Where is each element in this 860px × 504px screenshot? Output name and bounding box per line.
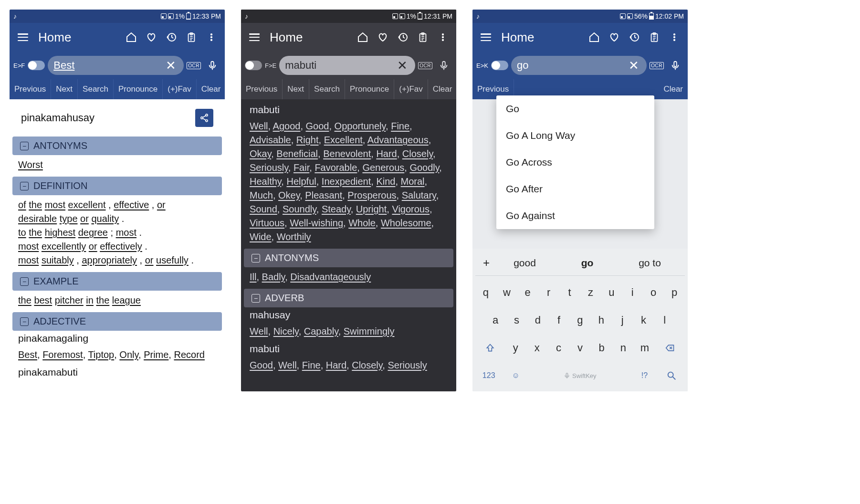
favorites-button[interactable]	[606, 29, 623, 46]
word-link[interactable]: Okey	[278, 190, 300, 200]
word-link[interactable]: effective	[114, 200, 149, 210]
word-link[interactable]: the	[18, 295, 31, 305]
clipboard-button[interactable]	[646, 29, 663, 46]
tab-search[interactable]: Search	[78, 79, 114, 99]
key-b[interactable]: b	[592, 336, 611, 360]
tab-search[interactable]: Search	[309, 79, 345, 99]
word-link[interactable]: Right	[296, 135, 319, 145]
word-link[interactable]: Closely	[352, 360, 382, 370]
word-link[interactable]: desirable	[18, 213, 57, 224]
word-link[interactable]: Fine	[302, 360, 321, 370]
key-emoji[interactable]: ☺	[503, 364, 528, 388]
expand-suggestions-button[interactable]: +	[479, 256, 493, 270]
history-button[interactable]	[394, 29, 411, 46]
key-v[interactable]: v	[570, 336, 590, 360]
word-link[interactable]: Badly	[262, 272, 285, 282]
key-shift[interactable]	[476, 336, 504, 360]
word-link[interactable]: Record	[174, 349, 204, 360]
word-link[interactable]: Okay	[250, 148, 271, 159]
word-link[interactable]: Sound	[250, 204, 277, 214]
word-link[interactable]: Good	[250, 360, 273, 370]
word-link[interactable]: Seriously	[250, 162, 288, 173]
autocomplete-item[interactable]: Go A Long Way	[496, 122, 654, 149]
key-search[interactable]	[659, 364, 684, 388]
key-r[interactable]: r	[539, 281, 558, 304]
word-link[interactable]: Much	[250, 190, 273, 200]
word-link[interactable]: Pleasant	[305, 190, 342, 200]
word-link[interactable]: Good	[306, 121, 329, 131]
tab-previous[interactable]: Previous	[10, 79, 51, 99]
word-link[interactable]: Tiptop	[88, 349, 114, 360]
word-link[interactable]: or	[145, 255, 154, 265]
word-link[interactable]: most	[18, 255, 39, 265]
favorites-button[interactable]	[374, 29, 391, 46]
word-link[interactable]: suitably	[42, 255, 74, 265]
word-link[interactable]: Goodly	[409, 162, 439, 173]
tab-clear[interactable]: Clear	[197, 79, 225, 99]
search-input[interactable]: go ✕	[511, 56, 647, 75]
tab-pronounce[interactable]: Pronounce	[345, 79, 394, 99]
key-c[interactable]: c	[549, 336, 568, 360]
key-i[interactable]: i	[623, 281, 642, 304]
voice-button[interactable]	[435, 57, 452, 74]
tab-fav[interactable]: (+)Fav	[163, 79, 197, 99]
key-j[interactable]: j	[613, 308, 632, 332]
word-link[interactable]: excellent	[68, 200, 106, 210]
word-link[interactable]: Nicely	[273, 326, 299, 336]
word-link[interactable]: Well	[278, 360, 297, 370]
word-link[interactable]: Agood	[273, 121, 301, 131]
menu-button[interactable]	[477, 29, 494, 46]
tab-clear[interactable]: Clear	[428, 79, 456, 99]
key-f[interactable]: f	[549, 308, 568, 332]
autocomplete-item[interactable]: Go Across	[496, 149, 654, 176]
search-input[interactable]: Best ✕	[48, 56, 184, 75]
word-link[interactable]: Fine	[391, 121, 409, 131]
key-l[interactable]: l	[655, 308, 674, 332]
key-a[interactable]: a	[486, 308, 505, 332]
word-link[interactable]: the	[96, 295, 109, 305]
tab-next[interactable]: Next	[51, 79, 78, 99]
overflow-button[interactable]	[666, 29, 683, 46]
tab-previous[interactable]: Previous	[241, 79, 283, 99]
key-space[interactable]: SwiftKey	[530, 364, 630, 388]
word-link[interactable]: to	[18, 227, 26, 238]
tab-fav[interactable]: (+)Fav	[394, 79, 428, 99]
home-button[interactable]	[123, 29, 140, 46]
word-link[interactable]: Steady	[322, 204, 351, 214]
word-link[interactable]: Favorable	[315, 162, 357, 173]
word-link[interactable]: or	[80, 213, 89, 224]
keyboard-suggestion[interactable]: go to	[619, 257, 681, 269]
word-link[interactable]: Foremost	[42, 349, 83, 360]
word-link[interactable]: most	[18, 241, 39, 252]
word-link[interactable]: the	[29, 200, 42, 210]
word-link[interactable]: Benevolent	[323, 148, 371, 159]
autocomplete-item[interactable]: Go After	[496, 176, 654, 202]
section-antonyms[interactable]: −ANTONYMS	[12, 136, 222, 155]
key-n[interactable]: n	[613, 336, 633, 360]
word-link[interactable]: Closely	[402, 148, 433, 159]
word-link[interactable]: Only	[119, 349, 138, 360]
word-link[interactable]: Prosperous	[347, 190, 396, 200]
word-link[interactable]: Hard	[326, 360, 346, 370]
word-link[interactable]: of	[18, 200, 26, 210]
key-p[interactable]: p	[665, 281, 684, 304]
history-button[interactable]	[163, 29, 180, 46]
word-link[interactable]: Moral	[401, 176, 425, 187]
word-link[interactable]: Soundly	[283, 204, 316, 214]
word-link[interactable]: Vigorous	[392, 204, 430, 214]
menu-button[interactable]	[246, 29, 263, 46]
favorites-button[interactable]	[143, 29, 160, 46]
key-s[interactable]: s	[507, 308, 526, 332]
ocr-button[interactable]: OCR	[187, 62, 201, 69]
word-link[interactable]: Well	[250, 121, 268, 131]
word-link[interactable]: excellently	[42, 241, 86, 252]
word-link[interactable]: Salutary	[402, 190, 436, 200]
word-link[interactable]: Virtuous	[250, 218, 284, 228]
word-link[interactable]: in	[86, 295, 94, 305]
word-link[interactable]: type	[60, 213, 78, 224]
key-d[interactable]: d	[528, 308, 547, 332]
word-link[interactable]: Wholesome	[381, 218, 431, 228]
word-link[interactable]: Best	[18, 349, 37, 360]
word-link[interactable]: Advantageous	[367, 135, 429, 145]
key-z[interactable]: z	[581, 281, 600, 304]
